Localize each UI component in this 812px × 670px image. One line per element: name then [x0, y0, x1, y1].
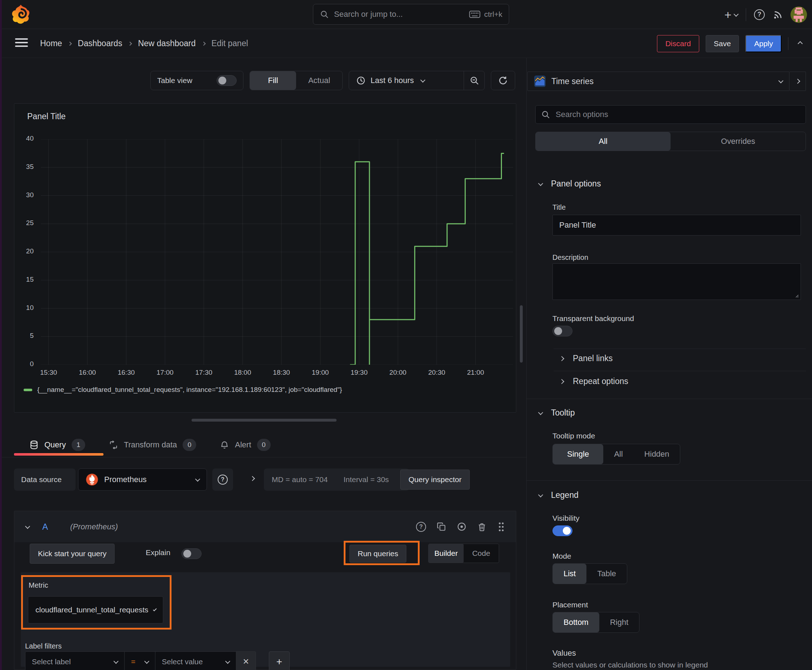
select-value-dropdown[interactable]: Select value	[155, 651, 236, 670]
legend-swatch	[24, 389, 32, 391]
breadcrumb-home[interactable]: Home	[40, 39, 62, 48]
chevron-down-icon	[778, 78, 783, 83]
menu-toggle-icon[interactable]	[15, 38, 28, 47]
query-help-icon[interactable]: ?	[416, 522, 426, 532]
legend-mode-table[interactable]: Table	[587, 564, 627, 584]
category-divider	[527, 399, 812, 399]
time-range-picker[interactable]: Last 6 hours	[349, 71, 485, 90]
y-axis-tick: 20	[26, 247, 34, 255]
query-options-summary[interactable]: MD = auto = 704 Interval = 30s	[264, 469, 409, 491]
datasource-help-button[interactable]: ?	[212, 469, 233, 491]
tooltip-mode-switch: Single All Hidden	[553, 444, 680, 465]
builder-option[interactable]: Builder	[429, 544, 464, 563]
duplicate-query-icon[interactable]	[437, 522, 446, 531]
y-axis-tick: 35	[26, 163, 34, 171]
tab-overrides[interactable]: Overrides	[671, 132, 805, 151]
datasource-picker[interactable]: Prometheus	[78, 469, 207, 491]
panel-options-section-header[interactable]: Panel options	[539, 179, 601, 189]
panel-title-input[interactable]	[553, 215, 801, 235]
visualization-picker[interactable]: Time series	[527, 71, 790, 91]
refresh-button[interactable]	[491, 71, 515, 90]
discard-button[interactable]: Discard	[657, 35, 699, 52]
title-label: Title	[553, 203, 566, 211]
explain-toggle[interactable]	[181, 548, 202, 559]
zoom-out-button[interactable]	[464, 71, 485, 90]
breadcrumb-dashboards[interactable]: Dashboards	[78, 39, 122, 48]
tooltip-section-header[interactable]: Tooltip	[539, 408, 575, 418]
legend-section-header[interactable]: Legend	[539, 490, 578, 500]
resize-handle-icon[interactable]	[794, 293, 799, 298]
tooltip-heading: Tooltip	[551, 408, 575, 418]
panel-links-section[interactable]: Panel links	[560, 354, 613, 363]
tooltip-mode-label: Tooltip mode	[553, 431, 595, 440]
window-edge-strip	[0, 0, 2, 670]
operator-dropdown[interactable]: =	[125, 651, 155, 670]
datasource-options-expand-icon[interactable]	[250, 476, 255, 481]
code-option[interactable]: Code	[464, 544, 499, 563]
breadcrumb-edit-panel: Edit panel	[212, 39, 248, 48]
x-axis-tick: 19:00	[303, 369, 337, 377]
legend-visibility-toggle[interactable]	[553, 525, 573, 536]
fill-actual-switch: Fill Actual	[249, 71, 342, 90]
x-axis-tick: 15:30	[32, 369, 66, 377]
plus-icon: +	[276, 656, 282, 668]
apply-button[interactable]: Apply	[746, 35, 781, 52]
search-bar[interactable]: Search or jump to... ctrl+k	[313, 4, 509, 25]
run-queries-button[interactable]: Run queries	[349, 545, 406, 563]
vertical-scrollbar[interactable]	[520, 305, 523, 362]
options-search-input[interactable]	[535, 105, 806, 124]
avatar-image	[790, 7, 807, 23]
tooltip-hidden-option[interactable]: Hidden	[634, 444, 680, 464]
legend-series-label[interactable]: {__name__="cloudflared_tunnel_total_requ…	[37, 386, 342, 394]
drag-handle-icon[interactable]	[497, 522, 505, 532]
legend-placement-right[interactable]: Right	[599, 612, 639, 633]
max-data-points: MD = auto = 704	[272, 475, 327, 484]
table-view-control: Table view	[150, 71, 244, 90]
tab-alert[interactable]: Alert 0	[220, 439, 270, 451]
help-icon[interactable]: ?	[754, 9, 765, 20]
tab-query[interactable]: Query 1	[29, 439, 85, 451]
tooltip-single-option[interactable]: Single	[553, 444, 603, 464]
query-inspector-button[interactable]: Query inspector	[400, 470, 470, 490]
metric-select[interactable]: cloudflared_tunnel_total_requests	[28, 596, 163, 623]
panel-title: Panel Title	[27, 112, 66, 121]
breadcrumb-separator-icon	[68, 42, 72, 46]
transparent-background-toggle[interactable]	[553, 326, 573, 337]
tab-transform-data[interactable]: Transform data 0	[109, 439, 196, 451]
table-view-toggle[interactable]	[217, 75, 237, 86]
save-button[interactable]: Save	[706, 35, 739, 52]
table-view-label: Table view	[157, 76, 192, 85]
operator-value: =	[131, 658, 135, 666]
kick-start-query-button[interactable]: Kick start your query	[30, 544, 115, 564]
horizontal-scrollbar[interactable]	[192, 419, 337, 421]
legend-mode-list[interactable]: List	[553, 564, 587, 584]
legend-placement-bottom[interactable]: Bottom	[553, 612, 599, 633]
query-row-header[interactable]: A (Prometheus) ?	[14, 511, 516, 542]
tooltip-all-option[interactable]: All	[603, 444, 633, 464]
tab-all[interactable]: All	[536, 132, 671, 151]
avatar[interactable]	[790, 7, 807, 23]
add-filter-button[interactable]: +	[269, 651, 290, 670]
time-series-viz-icon	[534, 76, 546, 87]
repeat-options-section[interactable]: Repeat options	[560, 377, 628, 386]
run-queries-annotation-box: Run queries	[344, 541, 420, 565]
new-menu-button[interactable]: +	[724, 8, 738, 21]
breadcrumb-new-dashboard[interactable]: New dashboard	[138, 39, 195, 48]
select-label-dropdown[interactable]: Select label	[25, 651, 125, 670]
metric-label: Metric	[29, 581, 48, 589]
toggle-options-pane-button[interactable]	[790, 71, 806, 91]
disable-query-eye-icon[interactable]	[457, 522, 466, 531]
visualization-name: Time series	[551, 76, 593, 86]
delete-query-trash-icon[interactable]	[477, 522, 487, 531]
description-textarea[interactable]	[553, 264, 801, 300]
x-axis-tick: 21:00	[458, 369, 493, 377]
collapse-header-icon[interactable]	[798, 41, 803, 46]
remove-filter-button[interactable]: ✕	[236, 651, 256, 670]
y-axis-tick: 25	[26, 219, 34, 227]
fill-option[interactable]: Fill	[250, 71, 296, 90]
query-row-actions: ?	[416, 522, 516, 532]
collapse-query-icon[interactable]	[25, 524, 30, 529]
news-rss-icon[interactable]	[773, 10, 783, 20]
actual-option[interactable]: Actual	[296, 71, 342, 90]
grafana-logo[interactable]	[11, 4, 31, 24]
